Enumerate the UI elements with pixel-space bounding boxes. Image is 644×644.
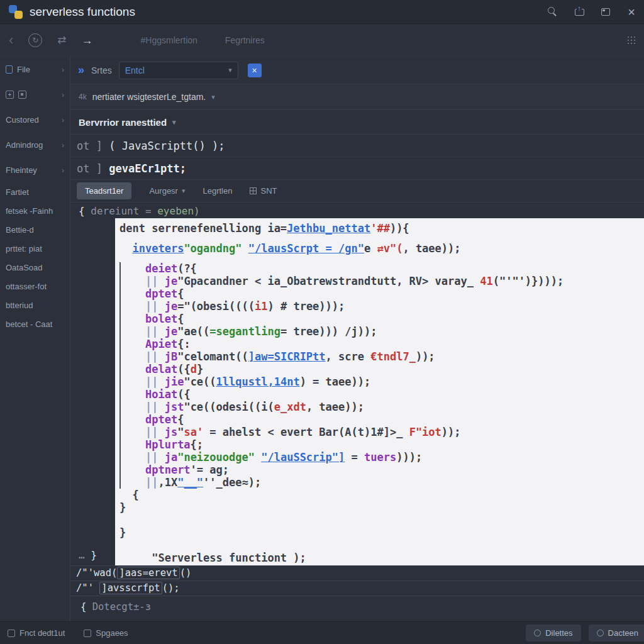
sidebar-item-label: Custored: [6, 115, 39, 125]
sidebar-item-label: fetsek -Fainh: [6, 206, 53, 216]
dilettes-button[interactable]: Dilettes: [526, 625, 580, 641]
code-editor-panel[interactable]: dent serrenefenelliong ia=Jethbu_nettat'…: [115, 218, 644, 565]
chevron-down-icon: ▾: [172, 118, 176, 126]
sidebar-item-bettied[interactable]: Bettie-d: [0, 220, 70, 239]
editor-region: { dereiunt = eyeben) dent serrenefenelli…: [70, 203, 644, 565]
sidebar-item-label: Fheintey: [6, 165, 37, 175]
sidebar-item-fetsek[interactable]: fetsek -Fainh: [0, 201, 70, 220]
sidebar-item-custored[interactable]: Custored ›: [0, 107, 70, 132]
titlebar: serverless functions ↑ ×: [0, 0, 644, 24]
status-label: Spgaees: [96, 628, 128, 638]
code-header-line-1: ot ] ( JavaScriptt() );: [70, 135, 644, 157]
sidebar-item-label: btteriud: [6, 301, 33, 310]
layers-icon: [84, 630, 91, 637]
chevron-down-icon: ▾: [211, 93, 215, 101]
share-icon[interactable]: ↑: [575, 8, 584, 16]
swap-icon[interactable]: ⇄: [57, 35, 66, 45]
status-item-left-1[interactable]: Fnct dedt1ut: [8, 628, 65, 638]
search-icon[interactable]: [548, 7, 557, 16]
tab-label: Teadsrt1er: [85, 186, 123, 196]
sidebar-item-btteriud[interactable]: btteriud: [0, 296, 70, 314]
circle-icon: [534, 630, 541, 636]
app-logo-icon: [9, 5, 23, 19]
chevron-down-icon: ▾: [182, 187, 186, 195]
status-label: Fnct dedt1ut: [19, 628, 65, 638]
button-label: Dilettes: [545, 628, 572, 638]
window-icon[interactable]: [601, 8, 610, 16]
close-icon[interactable]: ×: [628, 6, 635, 18]
sidebar-item-oatasoad[interactable]: OataSoad: [0, 258, 70, 277]
sidebar-item-label: Adnindrog: [6, 140, 43, 150]
file-icon: [6, 65, 13, 74]
breadcrumb-item[interactable]: #Hggsmlertion: [141, 35, 197, 45]
tab-label: Aurgesr: [149, 186, 178, 196]
window-title: serverless functions: [30, 5, 135, 19]
panel-icon: [18, 91, 26, 99]
breadcrumb-item[interactable]: Fegrtnires: [225, 35, 265, 45]
run-config-label: Srtes: [91, 65, 112, 75]
run-icon[interactable]: »: [78, 64, 84, 77]
sidebar-item-label: prttet: piat: [6, 244, 42, 253]
chevron-right-icon: ›: [62, 140, 64, 150]
editor-line-prefix: { dereiunt = eyeben): [70, 203, 644, 218]
selector-a-label: nertiater wsigtesterLe_tgtam.: [92, 92, 206, 102]
chevron-right-icon: ›: [62, 65, 64, 74]
sidebar-item-label: File: [17, 65, 30, 74]
sidebar-item-label: betcet - Caat: [6, 319, 52, 329]
chevron-right-icon: ›: [62, 115, 64, 125]
selector-row-a[interactable]: 4k nertiater wsigtesterLe_tgtam. ▾: [70, 84, 644, 110]
sidebar-item-fartiet[interactable]: Fartiet: [0, 182, 70, 201]
status-item-left-2[interactable]: Spgaees: [84, 628, 128, 638]
sidebar-item-label: Fartiet: [6, 187, 29, 197]
sidebar-item-adnindrog[interactable]: Adnindrog ›: [0, 132, 70, 157]
refresh-icon[interactable]: ↻: [28, 33, 42, 47]
sidebar-item-prttet[interactable]: prttet: piat: [0, 239, 70, 258]
editor-tabs: Teadsrt1er Aurgesr ▾ Legrtlen SNT: [70, 180, 644, 203]
sidebar-item-label: OataSoad: [6, 263, 43, 272]
selector-row-b[interactable]: Bervrrior ranesttied ▾: [70, 110, 644, 135]
tab-aurgesr[interactable]: Aurgesr ▾: [149, 186, 185, 196]
editor-footer-line-3[interactable]: { Dotecgt±-ɜ: [70, 596, 644, 621]
breadcrumb: #Hggsmlertion Fegrtnires: [141, 35, 265, 45]
ide-window: serverless functions ↑ × ‹ ↻ ⇄ → #Hggsml…: [0, 0, 644, 644]
main-area: » Srtes Entcl ▾ × 4k nertiater wsigteste…: [70, 57, 644, 621]
document-icon: [8, 630, 15, 637]
titlebar-actions: ↑ ×: [548, 6, 635, 18]
modifier-icon: 4k: [79, 92, 87, 101]
plus-icon: +: [6, 91, 14, 99]
sidebar-item-tools[interactable]: + ›: [0, 82, 70, 107]
code-header-line-2: ot ] gevaECr1ptt;: [70, 157, 644, 180]
statusbar-actions: Dilettes Dacteen: [526, 625, 636, 641]
chevron-right-icon: ›: [62, 165, 64, 175]
sidebar-item-fheintey[interactable]: Fheintey ›: [0, 157, 70, 182]
button-label: Dacteen: [608, 628, 638, 638]
tab-legrtlen[interactable]: Legrtlen: [203, 186, 232, 196]
sidebar-item-betcet[interactable]: betcet - Caat: [0, 314, 70, 333]
sidebar-item-file[interactable]: File ›: [0, 57, 70, 82]
clear-config-button[interactable]: ×: [248, 64, 262, 77]
sidebar-item-ottasser[interactable]: ottasser-fot: [0, 277, 70, 296]
editor-footer-line-1[interactable]: /"'wad(]aas=erevt(): [70, 565, 644, 580]
chevron-right-icon: ›: [62, 90, 64, 99]
fold-marker-line[interactable]: … }: [79, 549, 97, 562]
tab-snt[interactable]: SNT: [250, 186, 277, 196]
circle-icon: [597, 630, 604, 636]
statusbar: Fnct dedt1ut Spgaees Dilettes Dacteen: [0, 621, 644, 644]
back-icon[interactable]: ‹: [9, 33, 13, 47]
chevron-down-icon: ▾: [228, 66, 232, 74]
sidebar-item-label: ottasser-fot: [6, 282, 47, 291]
grid-menu-icon[interactable]: [627, 36, 635, 44]
nav-toolbar: ‹ ↻ ⇄ → #Hggsmlertion Fegrtnires: [0, 24, 644, 57]
dacteen-button[interactable]: Dacteen: [589, 625, 644, 641]
sidebar: File › + › Custored › Adnindrog › Fheint…: [0, 57, 70, 621]
editor-footer-line-2[interactable]: /"' ]avsscrfpt();: [70, 580, 644, 596]
selector-b-label: Bervrrior ranesttied: [79, 117, 167, 128]
tab-teadsrt1er[interactable]: Teadsrt1er: [77, 182, 131, 199]
forward-icon[interactable]: →: [82, 35, 93, 46]
dropdown-value: Entcl: [125, 65, 145, 75]
tab-label: Legrtlen: [203, 186, 232, 196]
sidebar-item-label: Bettie-d: [6, 225, 34, 235]
run-config-dropdown[interactable]: Entcl ▾: [119, 62, 238, 79]
run-config-row: » Srtes Entcl ▾ ×: [70, 57, 644, 84]
grid-icon: [250, 187, 257, 194]
